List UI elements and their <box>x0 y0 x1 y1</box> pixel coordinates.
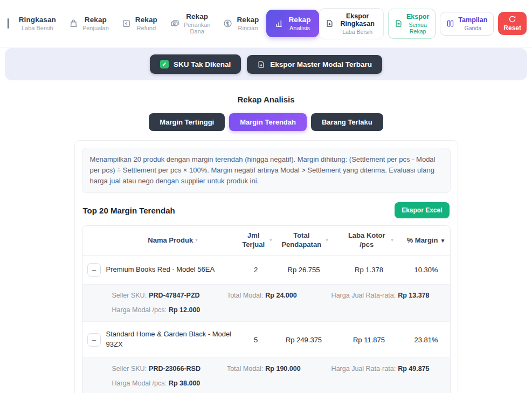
action-subtitle: Semua Rekap <box>406 22 429 35</box>
cash-icon <box>170 19 179 28</box>
tab-rekap-refund[interactable]: Rekap Refund <box>116 11 163 36</box>
tab-subtitle: Refund <box>135 25 157 31</box>
tab-ringkasan-laba-bersih[interactable]: Ringkasan Laba Bersih <box>13 11 61 36</box>
collapse-row-button[interactable]: – <box>87 263 101 277</box>
tab-title: Ringkasan <box>19 16 56 24</box>
table-section-title: Top 20 Margin Terendah <box>83 206 175 215</box>
margin-table: Nama Produk ▾ Jml Terjual ▾ Total Pendap… <box>82 225 451 393</box>
analysis-card: Menampilkan 20 produk dengan margin tere… <box>74 140 458 393</box>
total-modal-label: Total Modal: <box>227 365 263 373</box>
seller-sku-value: PRD-47847-PZD <box>149 292 199 299</box>
export-excel-button[interactable]: Ekspor Excel <box>395 202 449 218</box>
tab-indicator-bar <box>8 18 9 29</box>
action-title: Ekspor Ringkasan <box>337 12 377 27</box>
pill-barang-terlaku[interactable]: Barang Terlaku <box>311 113 383 131</box>
reset-button[interactable]: Reset <box>498 12 527 35</box>
download-icon <box>326 19 334 27</box>
action-subtitle: Laba Bersih <box>337 29 377 35</box>
page-title: Rekap Analisis <box>0 95 532 104</box>
product-name: Standard Home & Garden Black - Model 93Z… <box>106 329 240 350</box>
button-label: Ekspor Master Modal Terbaru <box>270 60 372 68</box>
tab-rekap-penarikan-dana[interactable]: Rekap Penarikan Dana <box>165 8 216 39</box>
action-title: Reset <box>503 24 521 32</box>
qty-sold: 2 <box>240 266 272 274</box>
seller-sku-label: Seller SKU: <box>112 292 147 299</box>
action-subtitle: Ganda <box>458 25 487 31</box>
tab-rekap-rincian[interactable]: Rekap Rincian <box>218 11 264 36</box>
modal-pcs-value: Rp 12.000 <box>169 306 200 314</box>
modal-pcs-label: Harga Modal /pcs: <box>112 380 167 387</box>
tab-title: Rekap <box>237 16 259 24</box>
table-header-row: Nama Produk ▾ Jml Terjual ▾ Total Pendap… <box>82 226 450 256</box>
tab-title: Rekap <box>184 12 211 20</box>
table-row: – Standard Home & Garden Black - Model 9… <box>82 322 450 358</box>
total-modal-label: Total Modal: <box>227 292 263 299</box>
topbar-actions: Ekspor Ringkasan Laba Bersih Ekspor Semu… <box>319 8 527 39</box>
tab-rekap-penjualan[interactable]: Rekap Penjualan <box>64 11 114 36</box>
tab-rekap-analisis[interactable]: Rekap Analisis <box>266 10 319 37</box>
modal-pcs-value: Rp 38.000 <box>169 380 200 387</box>
sku-tak-dikenal-button[interactable]: ✓ SKU Tak Dikenal <box>150 54 241 74</box>
seller-sku-label: Seller SKU: <box>112 365 147 373</box>
quick-actions-strip: ✓ SKU Tak Dikenal Ekspor Master Modal Te… <box>5 48 527 80</box>
header-laba-kotor[interactable]: Laba Kotor /pcs ▾ <box>336 231 403 250</box>
action-title: Ekspor <box>406 13 429 20</box>
avg-price-label: Harga Jual Rata-rata: <box>331 292 396 299</box>
button-label: SKU Tak Dikenal <box>174 60 231 68</box>
shopping-bag-icon <box>69 19 78 28</box>
bar-chart-icon <box>275 19 284 28</box>
total-modal-value: Rp 24.000 <box>265 292 296 299</box>
analysis-pill-tabs: Margin Tertinggi Margin Terendah Barang … <box>0 113 532 131</box>
columns-icon <box>446 19 454 27</box>
collapse-row-button[interactable]: – <box>87 333 101 347</box>
top-navigation-bar: Ringkasan Laba Bersih Rekap Penjualan Re… <box>0 0 532 47</box>
avg-price-label: Harga Jual Rata-rata: <box>331 365 396 373</box>
tab-title: Rekap <box>288 16 310 24</box>
tab-subtitle: Rincian <box>237 25 259 31</box>
tab-subtitle: Laba Bersih <box>19 25 56 31</box>
sort-caret-active-icon: ▼ <box>440 237 445 244</box>
tab-title: Rekap <box>82 16 109 24</box>
sort-caret-icon: ▾ <box>195 237 198 244</box>
tab-subtitle: Penarikan Dana <box>184 22 211 35</box>
avg-price-value: Rp 13.378 <box>398 292 429 299</box>
tab-subtitle: Penjualan <box>82 25 109 31</box>
tampilan-ganda-button[interactable]: Tampilan Ganda <box>440 12 494 36</box>
dollar-circle-icon <box>223 19 232 28</box>
refund-icon <box>122 19 131 28</box>
modal-pcs-label: Harga Modal /pcs: <box>112 306 167 314</box>
ekspor-master-modal-button[interactable]: Ekspor Master Modal Terbaru <box>247 55 382 74</box>
row-detail-panel: Seller SKU:PRD-23066-RSD Total Modal:Rp … <box>82 358 450 393</box>
margin-percent: 23.81% <box>403 336 450 344</box>
gross-profit-per-pcs: Rp 11.875 <box>336 336 403 344</box>
header-jml-terjual[interactable]: Jml Terjual ▾ <box>240 231 272 250</box>
table-row: – Premium Books Red - Model 56EA 2 Rp 26… <box>82 256 450 285</box>
avg-price-value: Rp 49.875 <box>398 365 429 373</box>
pill-margin-terendah[interactable]: Margin Terendah <box>229 113 307 131</box>
header-nama-produk[interactable]: Nama Produk ▾ <box>106 236 240 245</box>
sort-caret-icon: ▾ <box>391 237 393 244</box>
qty-sold: 5 <box>240 336 272 344</box>
total-revenue: Rp 26.755 <box>272 266 336 274</box>
tab-subtitle: Analisis <box>288 25 310 31</box>
export-ringkasan-laba-bersih-button[interactable]: Ekspor Ringkasan Laba Bersih <box>319 8 383 39</box>
row-detail-panel: Seller SKU:PRD-47847-PZD Total Modal:Rp … <box>82 285 450 322</box>
report-tabs: Ringkasan Laba Bersih Rekap Penjualan Re… <box>13 8 320 39</box>
header-persen-margin[interactable]: % Margin ▼ <box>403 236 450 245</box>
document-icon <box>395 19 403 27</box>
refresh-icon <box>508 15 516 23</box>
tab-title: Rekap <box>135 16 157 24</box>
margin-info-text: Menampilkan 20 produk dengan margin tere… <box>82 148 451 193</box>
header-total-pendapatan[interactable]: Total Pendapatan ▾ <box>272 231 336 250</box>
product-name: Premium Books Red - Model 56EA <box>106 265 240 275</box>
pill-margin-tertinggi[interactable]: Margin Tertinggi <box>149 113 225 131</box>
total-modal-value: Rp 190.000 <box>265 365 300 373</box>
total-revenue: Rp 249.375 <box>272 336 336 344</box>
action-title: Tampilan <box>458 16 487 24</box>
margin-percent: 10.30% <box>403 266 450 274</box>
seller-sku-value: PRD-23066-RSD <box>149 365 201 373</box>
sort-caret-icon: ▾ <box>326 237 328 244</box>
export-semua-rekap-button[interactable]: Ekspor Semua Rekap <box>388 9 436 39</box>
gross-profit-per-pcs: Rp 1.378 <box>336 266 403 274</box>
file-download-icon <box>257 60 265 68</box>
